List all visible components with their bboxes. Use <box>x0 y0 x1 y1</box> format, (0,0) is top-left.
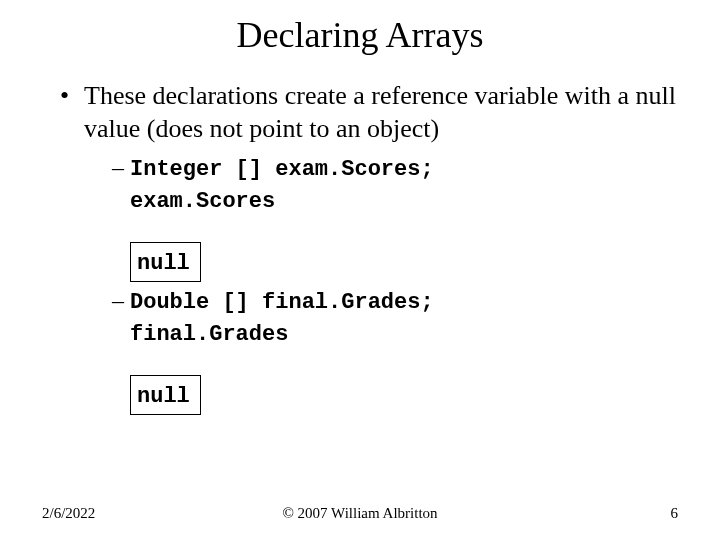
null-text-1: null <box>137 251 190 276</box>
declaration-1: – Integer [] exam.Scores; <box>112 151 680 185</box>
sub-item-1: – Integer [] exam.Scores; exam.Scores nu… <box>112 151 680 284</box>
null-box-2: null <box>130 375 201 415</box>
footer-date: 2/6/2022 <box>42 505 95 522</box>
var-label-1: exam.Scores <box>130 187 680 217</box>
var-label-2: final.Grades <box>130 320 680 350</box>
sub-item-2: – Double [] final.Grades; final.Grades n… <box>112 284 680 417</box>
null-box-1: null <box>130 242 201 282</box>
footer: 2/6/2022 © 2007 William Albritton 6 <box>0 505 720 522</box>
dash-marker: – <box>112 284 130 316</box>
dash-marker: – <box>112 151 130 183</box>
footer-copyright: © 2007 William Albritton <box>282 505 437 522</box>
bullet-text: These declarations create a reference va… <box>84 80 680 145</box>
declaration-2: – Double [] final.Grades; <box>112 284 680 318</box>
content-area: • These declarations create a reference … <box>0 80 720 417</box>
footer-page-number: 6 <box>671 505 679 522</box>
null-text-2: null <box>137 384 190 409</box>
bullet-item: • These declarations create a reference … <box>60 80 680 145</box>
slide-title: Declaring Arrays <box>0 14 720 56</box>
bullet-marker: • <box>60 80 84 113</box>
code-decl-1: Integer [] exam.Scores; <box>130 155 434 185</box>
code-decl-2: Double [] final.Grades; <box>130 288 434 318</box>
